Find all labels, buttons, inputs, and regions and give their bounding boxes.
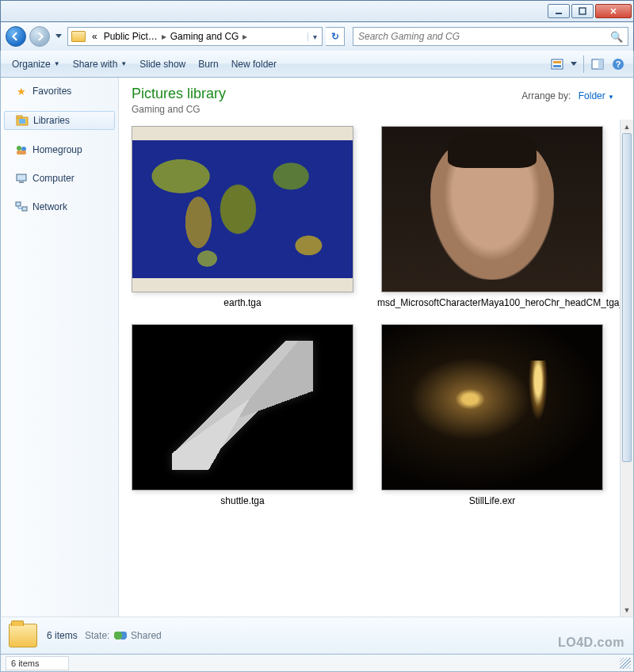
file-list[interactable]: earth.tga msd_MicrosoftCharacterMaya100_…	[119, 120, 620, 617]
homegroup-icon	[15, 143, 28, 156]
shared-icon	[114, 632, 127, 641]
svg-rect-16	[19, 181, 24, 183]
view-dropdown[interactable]	[569, 55, 579, 73]
address-bar[interactable]: « Public Pict… ▸ Gaming and CG ▸ ▾	[67, 27, 323, 46]
star-icon: ★	[15, 85, 28, 97]
search-box[interactable]: 🔍	[353, 27, 628, 46]
sidebar-item-label: Libraries	[33, 115, 70, 126]
sidebar-item-label: Favorites	[32, 86, 71, 97]
file-name: msd_MicrosoftCharacterMaya100_heroChr_he…	[377, 297, 607, 310]
navigation-bar: « Public Pict… ▸ Gaming and CG ▸ ▾ ↻ 🔍	[0, 22, 634, 51]
arrange-by-label: Arrange by:	[521, 90, 571, 101]
scroll-up-button[interactable]: ▲	[621, 120, 633, 133]
address-dropdown[interactable]: ▾	[307, 32, 322, 41]
organize-label: Organize	[12, 59, 51, 70]
arrange-by-dropdown[interactable]: Folder ▼	[579, 90, 614, 101]
svg-rect-15	[17, 174, 26, 181]
file-item[interactable]: earth.tga	[132, 126, 353, 310]
file-thumbnail	[381, 126, 603, 292]
sidebar-item-label: Homegroup	[32, 144, 82, 155]
chevron-down-icon: ▼	[54, 60, 60, 67]
scroll-thumb[interactable]	[622, 133, 632, 462]
burn-button[interactable]: Burn	[192, 55, 224, 73]
breadcrumb-parent[interactable]: Public Pict…	[101, 31, 161, 42]
state-label: State:	[85, 630, 109, 641]
scroll-track[interactable]	[621, 133, 633, 603]
newfolder-label: New folder	[231, 59, 277, 70]
chevron-down-icon: ▼	[120, 60, 127, 67]
content-pane: Pictures library Gaming and CG Arrange b…	[119, 78, 633, 617]
sidebar-item-homegroup[interactable]: Homegroup	[1, 141, 118, 158]
computer-icon	[15, 172, 28, 185]
file-thumbnail	[132, 324, 353, 491]
svg-rect-11	[19, 119, 25, 124]
folder-icon	[71, 31, 86, 42]
organize-menu[interactable]: Organize▼	[6, 55, 67, 73]
libraries-icon	[16, 114, 29, 127]
new-folder-button[interactable]: New folder	[225, 55, 283, 73]
file-item[interactable]: shuttle.tga	[132, 324, 353, 508]
slideshow-label: Slide show	[139, 59, 185, 70]
file-name: earth.tga	[223, 297, 261, 310]
search-input[interactable]	[353, 31, 628, 42]
sidebar-item-label: Network	[32, 201, 67, 212]
sidebar-item-favorites[interactable]: ★ Favorites	[1, 82, 118, 100]
svg-rect-14	[17, 151, 26, 155]
svg-rect-4	[553, 65, 561, 67]
file-name: StillLife.exr	[469, 495, 516, 508]
file-thumbnail	[381, 324, 603, 491]
burn-label: Burn	[198, 59, 218, 70]
svg-rect-10	[17, 116, 22, 118]
file-item[interactable]: msd_MicrosoftCharacterMaya100_heroChr_he…	[377, 126, 607, 310]
svg-rect-2	[552, 59, 563, 69]
sidebar-item-libraries[interactable]: Libraries	[4, 111, 115, 130]
breadcrumb-current[interactable]: Gaming and CG	[167, 31, 243, 42]
svg-rect-0	[556, 13, 562, 14]
network-icon	[15, 200, 28, 213]
refresh-button[interactable]: ↻	[326, 27, 345, 46]
help-button[interactable]: ?	[609, 55, 627, 73]
status-item-count: 6 items	[6, 656, 69, 670]
chevron-right-icon[interactable]: ▸	[242, 31, 248, 42]
svg-rect-17	[16, 202, 21, 206]
status-bar: 6 items	[0, 655, 634, 672]
resize-grip[interactable]	[620, 658, 631, 669]
details-pane: 6 items State: Shared	[0, 617, 634, 655]
library-header: Pictures library Gaming and CG Arrange b…	[119, 78, 633, 120]
sidebar-item-label: Computer	[32, 173, 74, 184]
share-with-menu[interactable]: Share with▼	[67, 55, 134, 73]
vertical-scrollbar[interactable]: ▲ ▼	[620, 120, 633, 617]
scroll-down-button[interactable]: ▼	[621, 603, 633, 617]
sidebar-item-network[interactable]: Network	[1, 198, 118, 216]
command-toolbar: Organize▼ Share with▼ Slide show Burn Ne…	[0, 51, 634, 78]
chevron-down-icon: ▼	[608, 94, 614, 101]
svg-rect-6	[598, 59, 603, 69]
svg-rect-3	[553, 61, 561, 63]
search-icon[interactable]: 🔍	[610, 31, 623, 43]
minimize-button[interactable]	[548, 4, 570, 18]
back-button[interactable]	[6, 26, 26, 47]
maximize-button[interactable]	[571, 4, 594, 18]
sidebar-item-computer[interactable]: Computer	[1, 170, 118, 187]
navigation-pane: ★ Favorites Libraries Homegroup Computer…	[1, 78, 119, 617]
svg-text:?: ?	[616, 59, 621, 69]
change-view-button[interactable]	[548, 55, 566, 73]
breadcrumb-prefix[interactable]: «	[89, 31, 101, 42]
slideshow-button[interactable]: Slide show	[133, 55, 192, 73]
file-thumbnail	[132, 126, 353, 292]
window-titlebar	[0, 0, 634, 22]
arrange-by-value: Folder	[579, 90, 605, 101]
file-name: shuttle.tga	[220, 495, 264, 508]
library-subtitle: Gaming and CG	[132, 104, 226, 115]
preview-pane-button[interactable]	[589, 55, 606, 73]
item-count: 6 items	[47, 630, 78, 641]
chevron-right-icon[interactable]: ▸	[161, 31, 167, 42]
svg-rect-1	[579, 8, 586, 14]
forward-button[interactable]	[29, 26, 50, 47]
nav-history-dropdown[interactable]	[53, 26, 64, 47]
file-item[interactable]: StillLife.exr	[377, 324, 607, 508]
share-label: Share with	[73, 59, 118, 70]
folder-icon	[9, 624, 37, 647]
library-title: Pictures library	[132, 86, 226, 102]
close-button[interactable]	[595, 4, 632, 18]
